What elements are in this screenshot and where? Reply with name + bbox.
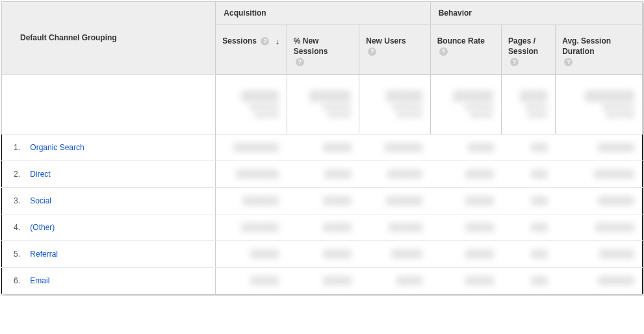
channel-report-table: Default Channel Grouping Acquisition Beh… [1, 1, 643, 294]
metric-header-avg-session-duration[interactable]: Avg. Session Duration ? [556, 25, 643, 75]
help-icon[interactable]: ? [296, 58, 304, 66]
cell-pct-new [287, 187, 359, 214]
header-group-row: Default Channel Grouping Acquisition Beh… [2, 2, 643, 25]
metric-header-sessions[interactable]: Sessions ? ↓ [216, 25, 287, 75]
group-acquisition-label: Acquisition [224, 8, 266, 18]
cell-pct-new [287, 267, 359, 294]
table-row: 4. (Other) [2, 214, 643, 240]
dimension-header[interactable]: Default Channel Grouping [2, 2, 216, 75]
row-number: 1. [14, 143, 25, 152]
cell-pct-new [287, 161, 359, 187]
summary-row [2, 74, 643, 134]
group-acquisition: Acquisition [216, 2, 430, 25]
channel-link-direct[interactable]: Direct [30, 170, 50, 179]
dim-cell: 6. Email [2, 267, 216, 294]
cell-avgdur [556, 187, 643, 214]
dim-cell: 2. Direct [2, 161, 216, 187]
help-icon[interactable]: ? [368, 47, 376, 56]
row-number: 4. [14, 223, 25, 232]
summary-cell-pages [502, 74, 556, 134]
channel-link-organic-search[interactable]: Organic Search [30, 143, 84, 152]
summary-cell-pct-new [287, 74, 359, 134]
metric-avg-session-duration-label: Avg. Session Duration [562, 36, 636, 57]
cell-bounce [430, 214, 501, 240]
summary-cell-avgdur [556, 74, 643, 134]
dim-cell: 3. Social [2, 187, 216, 214]
summary-dim-cell [2, 74, 216, 134]
dim-cell: 4. (Other) [2, 214, 216, 240]
cell-sessions [216, 187, 287, 214]
cell-pct-new [287, 214, 359, 240]
cell-pages [502, 267, 556, 294]
table-row: 1. Organic Search [2, 134, 643, 161]
metric-sessions-label: Sessions [222, 36, 257, 47]
table-row: 2. Direct [2, 161, 643, 187]
metric-pct-new-sessions-label: % New Sessions [294, 36, 352, 57]
cell-pct-new [287, 134, 359, 161]
help-icon[interactable]: ? [439, 47, 448, 56]
summary-cell-bounce [430, 74, 501, 134]
cell-avgdur [556, 267, 643, 294]
row-number: 3. [14, 196, 25, 205]
sort-descending-icon: ↓ [276, 36, 280, 46]
help-icon[interactable]: ? [564, 58, 573, 66]
metric-bounce-rate-label: Bounce Rate [437, 36, 485, 47]
group-behavior-label: Behavior [439, 8, 472, 18]
row-number: 2. [14, 170, 25, 179]
metric-header-new-users[interactable]: New Users ? [359, 25, 430, 75]
cell-sessions [216, 214, 287, 240]
cell-pages [502, 240, 556, 267]
table-row: 5. Referral [2, 240, 643, 267]
table-row: 6. Email [2, 267, 643, 294]
cell-pages [502, 161, 556, 187]
cell-new-users [359, 240, 430, 267]
table-row: 3. Social [2, 187, 643, 214]
cell-sessions [216, 134, 287, 161]
summary-cell-sessions [216, 74, 287, 134]
group-behavior: Behavior [430, 2, 642, 25]
cell-avgdur [556, 214, 643, 240]
cell-bounce [430, 267, 501, 294]
cell-sessions [216, 240, 287, 267]
table-body: 1. Organic Search 2. Direct 3. [2, 74, 643, 294]
cell-pages [502, 187, 556, 214]
dim-cell: 5. Referral [2, 240, 216, 267]
help-icon[interactable]: ? [261, 37, 269, 45]
metric-header-pct-new-sessions[interactable]: % New Sessions ? [287, 25, 359, 75]
metric-header-bounce-rate[interactable]: Bounce Rate ? [430, 25, 501, 75]
cell-new-users [359, 161, 430, 187]
cell-bounce [430, 187, 501, 214]
cell-new-users [359, 267, 430, 294]
cell-bounce [430, 240, 501, 267]
row-number: 5. [14, 250, 25, 259]
metric-header-pages-session[interactable]: Pages / Session ? [502, 25, 556, 75]
cell-avgdur [556, 240, 643, 267]
help-icon[interactable]: ? [510, 58, 519, 66]
channel-link-email[interactable]: Email [30, 276, 49, 285]
metric-new-users-label: New Users [366, 36, 406, 47]
cell-pages [502, 214, 556, 240]
cell-sessions [216, 161, 287, 187]
cell-pct-new [287, 240, 359, 267]
cell-bounce [430, 134, 501, 161]
channel-link-other[interactable]: (Other) [30, 223, 55, 232]
cell-bounce [430, 161, 501, 187]
channel-link-referral[interactable]: Referral [30, 250, 58, 259]
dimension-header-label: Default Channel Grouping [20, 33, 117, 42]
channel-link-social[interactable]: Social [30, 196, 51, 205]
cell-new-users [359, 134, 430, 161]
cell-sessions [216, 267, 287, 294]
dim-cell: 1. Organic Search [2, 134, 216, 161]
cell-new-users [359, 187, 430, 214]
cell-new-users [359, 214, 430, 240]
cell-avgdur [556, 161, 643, 187]
cell-pages [502, 134, 556, 161]
summary-cell-new-users [359, 74, 430, 134]
cell-avgdur [556, 134, 643, 161]
row-number: 6. [14, 276, 25, 285]
metric-pages-session-label: Pages / Session [508, 36, 548, 57]
